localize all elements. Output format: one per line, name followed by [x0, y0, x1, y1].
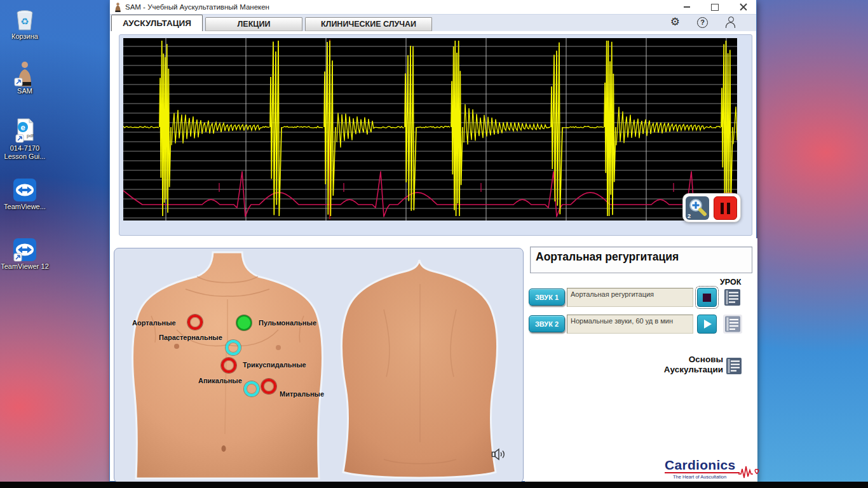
- taskbar[interactable]: [0, 482, 868, 488]
- point-label-parasternal: Парастернальные: [159, 334, 222, 341]
- sound-control-panel: Аортальная регургитация УРОК ЗВУК 1 Аорт…: [525, 238, 757, 482]
- pause-button[interactable]: [714, 196, 737, 220]
- teamviewer-icon: [0, 178, 50, 202]
- tab-bar: АУСКУЛЬТАЦИЯ ЛЕКЦИИ КЛИНИЧЕСКИЕ СЛУЧАИ: [110, 14, 756, 31]
- sound2-button[interactable]: ЗВУК 2: [529, 315, 565, 332]
- desktop-icon-sam[interactable]: SAM: [0, 62, 50, 95]
- maximize-button[interactable]: [711, 4, 719, 11]
- desktop-icon-lesson-pdf[interactable]: e pdf 014-7170 Lesson Gui...: [0, 119, 50, 161]
- chart-controls-overlay: 2: [682, 193, 741, 222]
- tab-clinical-cases[interactable]: КЛИНИЧЕСКИЕ СЛУЧАИ: [305, 17, 432, 31]
- mannequin-icon: [0, 62, 50, 86]
- user-icon[interactable]: [725, 17, 736, 28]
- settings-gear-icon[interactable]: ⚙: [670, 17, 680, 28]
- logo-heartbeat-icon: [738, 464, 760, 483]
- auscultation-point-apical[interactable]: [244, 381, 259, 396]
- auscultation-basics-link[interactable]: Основы Аускультации: [664, 355, 723, 375]
- auscultation-point-pulmonary[interactable]: [236, 315, 252, 330]
- close-button[interactable]: [740, 3, 747, 11]
- basics-line2: Аускультации: [664, 365, 723, 375]
- sound1-lesson-icon[interactable]: [723, 288, 742, 307]
- pdf-document-icon: e pdf: [0, 119, 50, 144]
- desktop-icon-label: Корзина: [0, 32, 50, 41]
- desktop-icon-label: TeamViewe...: [0, 203, 50, 211]
- teamviewer-icon: [0, 238, 50, 262]
- auscultation-point-mitral[interactable]: [261, 379, 276, 394]
- sound1-button[interactable]: ЗВУК 1: [529, 288, 565, 306]
- sound1-field[interactable]: Аортальная регургитация: [567, 288, 693, 307]
- recycle-bin-icon: ♻: [0, 8, 50, 32]
- desktop-icon-label: SAM: [0, 87, 50, 95]
- desktop-icon-teamviewer[interactable]: TeamViewe...: [0, 178, 50, 211]
- point-label-mitral: Митральные: [280, 390, 324, 398]
- sound2-field[interactable]: Нормальные звуки, 60 уд в мин: [567, 315, 693, 334]
- sound2-lesson-icon[interactable]: [723, 315, 742, 334]
- point-label-aortic: Аортальные: [132, 319, 176, 327]
- body-map-panel: Аортальные Пульмональные Парастернальные…: [114, 248, 524, 483]
- desktop-icon-label: 014-7170 Lesson Gui...: [0, 144, 50, 161]
- basics-line1: Основы: [664, 355, 723, 365]
- current-sound-title: Аортальная регургитация: [530, 247, 752, 273]
- zoom-level-badge: 2: [688, 213, 691, 219]
- cardionics-logo: Cardionics The Heart of Auscultation: [665, 458, 757, 480]
- desktop: { "desktop": { "icons": [ {"label": "Кор…: [0, 0, 868, 488]
- phonocardiogram-plot: [123, 38, 737, 220]
- window-title: SAM - Учебный Аускультативный Манекен: [125, 3, 269, 11]
- tab-auscultation[interactable]: АУСКУЛЬТАЦИЯ: [111, 15, 203, 31]
- sam-app-window: SAM - Учебный Аускультативный Манекен АУ…: [109, 0, 757, 482]
- help-icon[interactable]: ?: [697, 17, 708, 28]
- logo-name: Cardionics: [665, 458, 736, 472]
- speaker-icon[interactable]: [491, 448, 506, 463]
- auscultation-point-tricuspid[interactable]: [221, 358, 236, 373]
- auscultation-point-aortic[interactable]: [187, 315, 203, 330]
- logo-rule: [665, 472, 740, 473]
- point-label-pulmonary: Пульмональные: [259, 319, 316, 327]
- point-label-tricuspid: Трикуспидальные: [243, 361, 306, 369]
- waveform-chart-panel: 2: [119, 34, 752, 236]
- tab-lectures[interactable]: ЛЕКЦИИ: [205, 17, 302, 31]
- zoom-button[interactable]: 2: [686, 196, 709, 220]
- sound1-stop-button[interactable]: [697, 288, 717, 307]
- svg-text:e: e: [20, 123, 25, 132]
- svg-text:♻: ♻: [20, 16, 29, 27]
- app-mannequin-icon: [114, 3, 121, 12]
- desktop-icon-label: TeamViewer 12: [0, 262, 50, 271]
- desktop-icon-recycle-bin[interactable]: ♻ Корзина: [0, 8, 50, 41]
- svg-text:pdf: pdf: [27, 133, 34, 139]
- auscultation-point-parasternal[interactable]: [226, 340, 241, 355]
- desktop-icon-teamviewer12[interactable]: TeamViewer 12: [0, 238, 50, 271]
- title-bar: SAM - Учебный Аускультативный Манекен: [110, 0, 756, 14]
- point-label-apical: Апикальные: [198, 377, 242, 384]
- basics-lesson-icon[interactable]: [726, 356, 743, 378]
- sound2-play-button[interactable]: [697, 315, 717, 334]
- torso-illustration: [114, 248, 523, 482]
- minimize-button[interactable]: [684, 6, 690, 8]
- lesson-label: УРОК: [720, 278, 741, 287]
